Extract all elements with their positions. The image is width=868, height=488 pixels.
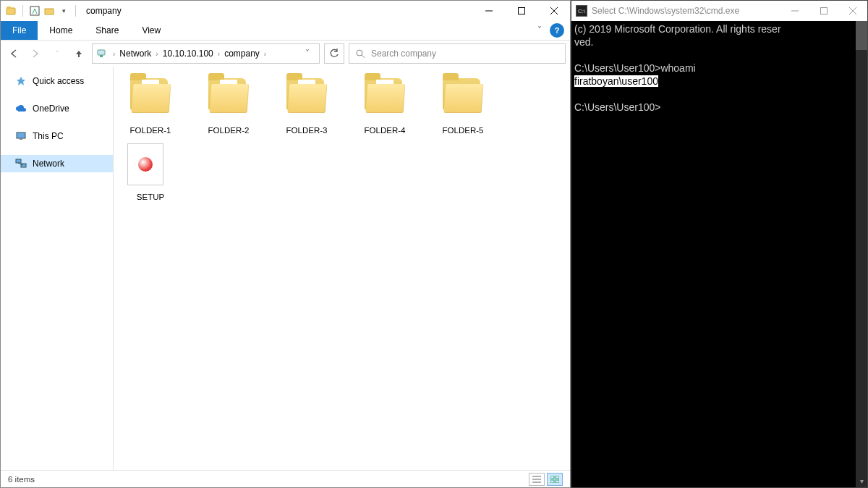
sidebar-item-label: Quick access (33, 76, 84, 86)
chevron-right-icon[interactable]: › (215, 50, 223, 58)
nav-back-button[interactable] (5, 45, 22, 62)
cmd-prompt: C:\Users\User100> (574, 101, 660, 113)
refresh-button[interactable] (324, 43, 344, 64)
svg-rect-13 (20, 138, 22, 140)
cmd-window: C:\ Select C:\Windows\system32\cmd.exe (… (571, 0, 868, 488)
svg-rect-8 (98, 50, 105, 55)
qat-dropdown-icon[interactable]: ▾ (58, 5, 69, 17)
svg-rect-1 (7, 7, 11, 9)
explorer-body: Quick access OneDrive This PC Network FO… (1, 67, 570, 470)
view-details-button[interactable] (529, 473, 545, 486)
svg-rect-23 (556, 480, 559, 483)
cmd-prompt: C:\Users\User100> (574, 62, 660, 74)
svg-rect-21 (556, 476, 559, 479)
svg-point-10 (357, 50, 362, 56)
navigation-sidebar: Quick access OneDrive This PC Network (1, 67, 114, 470)
list-item[interactable]: FOLDER-1 (122, 75, 179, 135)
cmd-copyright-2: ved. (574, 36, 593, 48)
cmd-maximize-button[interactable] (809, 1, 838, 21)
cloud-icon (15, 103, 27, 114)
breadcrumb-bar[interactable]: › Network › 10.10.10.100 › company › ˅ (92, 43, 320, 64)
list-item[interactable]: FOLDER-4 (357, 75, 413, 135)
ribbon-tabs: File Home Share View ˅ ? (1, 21, 570, 41)
item-label: FOLDER-5 (443, 126, 484, 135)
list-item[interactable]: FOLDER-5 (435, 75, 491, 135)
breadcrumb-seg-ip[interactable]: 10.10.10.100 (161, 49, 215, 59)
explorer-title-bar: ▾ company (1, 1, 570, 21)
svg-rect-5 (518, 8, 524, 14)
tab-share[interactable]: Share (84, 21, 130, 40)
chevron-right-icon[interactable]: › (110, 50, 118, 58)
list-item[interactable]: FOLDER-3 (278, 75, 335, 135)
folder-icon (127, 75, 174, 122)
pc-icon (15, 130, 27, 142)
item-label: FOLDER-4 (365, 126, 406, 135)
breadcrumb-network-icon (95, 48, 107, 59)
qat-folder-icon[interactable] (43, 5, 55, 17)
help-icon[interactable]: ? (550, 23, 564, 38)
status-bar: 6 items (1, 470, 570, 487)
item-label: FOLDER-1 (130, 126, 171, 135)
svg-rect-22 (550, 480, 554, 483)
status-item-count: 6 items (8, 475, 35, 484)
folder-icon (284, 75, 330, 122)
cmd-app-icon: C:\ (576, 5, 587, 17)
qat-properties-icon[interactable] (29, 5, 41, 17)
cmd-copyright-1: (c) 2019 Microsoft Corporation. All righ… (574, 23, 781, 35)
ribbon-collapse-icon[interactable]: ˅ (529, 21, 550, 40)
address-dropdown-icon[interactable]: ˅ (299, 49, 316, 59)
svg-rect-0 (7, 8, 15, 14)
nav-up-button[interactable] (70, 45, 88, 62)
svg-rect-20 (550, 476, 554, 479)
quick-access-toolbar: ▾ (1, 5, 83, 17)
cmd-scrollbar[interactable]: ▴ ▾ (856, 21, 867, 487)
scroll-thumb[interactable] (856, 21, 867, 50)
sidebar-item-network[interactable]: Network (1, 155, 113, 172)
maximize-button[interactable] (505, 1, 537, 21)
list-item[interactable]: SETUP (122, 142, 179, 201)
search-placeholder: Search company (371, 49, 436, 59)
star-icon (15, 75, 27, 87)
file-explorer-window: ▾ company File Home Share View ˅ ? ˅ › N… (0, 0, 571, 488)
svg-rect-14 (16, 159, 21, 163)
tab-view[interactable]: View (130, 21, 172, 40)
breadcrumb-seg-network[interactable]: Network (118, 49, 153, 59)
file-list[interactable]: FOLDER-1FOLDER-2FOLDER-3FOLDER-4FOLDER-5… (114, 67, 570, 470)
svg-rect-3 (45, 9, 54, 14)
navigation-bar: ˅ › Network › 10.10.10.100 › company › ˅… (1, 41, 570, 67)
cmd-command: whoami (660, 62, 695, 74)
list-item[interactable]: FOLDER-2 (200, 75, 257, 135)
explorer-app-icon (5, 5, 17, 17)
sidebar-item-quick-access[interactable]: Quick access (1, 72, 113, 90)
cmd-close-button[interactable] (838, 1, 867, 21)
tab-file[interactable]: File (1, 21, 38, 40)
network-icon (15, 158, 27, 169)
item-label: FOLDER-3 (286, 126, 328, 135)
chevron-right-icon[interactable]: › (261, 50, 269, 58)
search-box[interactable]: Search company (349, 43, 566, 64)
svg-line-11 (362, 55, 365, 58)
folder-icon (440, 75, 486, 122)
view-icons-button[interactable] (547, 473, 563, 486)
tab-home[interactable]: Home (38, 21, 84, 40)
sidebar-item-label: Network (33, 159, 64, 169)
chevron-right-icon[interactable]: › (153, 50, 161, 58)
breadcrumb-seg-company[interactable]: company (223, 49, 261, 59)
search-icon (355, 49, 365, 59)
close-button[interactable] (537, 1, 570, 21)
nav-forward-button[interactable] (27, 45, 44, 62)
folder-icon (205, 75, 252, 122)
sidebar-item-this-pc[interactable]: This PC (1, 127, 113, 145)
sidebar-item-label: OneDrive (33, 104, 69, 114)
cmd-title-text: Select C:\Windows\system32\cmd.exe (592, 6, 780, 16)
folder-icon (362, 75, 408, 122)
nav-recent-dropdown[interactable]: ˅ (48, 45, 66, 62)
cmd-title-bar: C:\ Select C:\Windows\system32\cmd.exe (571, 1, 867, 21)
minimize-button[interactable] (472, 1, 505, 21)
cmd-minimize-button[interactable] (780, 1, 809, 21)
sidebar-item-onedrive[interactable]: OneDrive (1, 100, 113, 117)
cmd-terminal[interactable]: (c) 2019 Microsoft Corporation. All righ… (571, 21, 867, 487)
svg-rect-9 (100, 55, 103, 57)
setup-file-icon (127, 142, 174, 188)
scroll-down-icon[interactable]: ▾ (856, 476, 867, 487)
